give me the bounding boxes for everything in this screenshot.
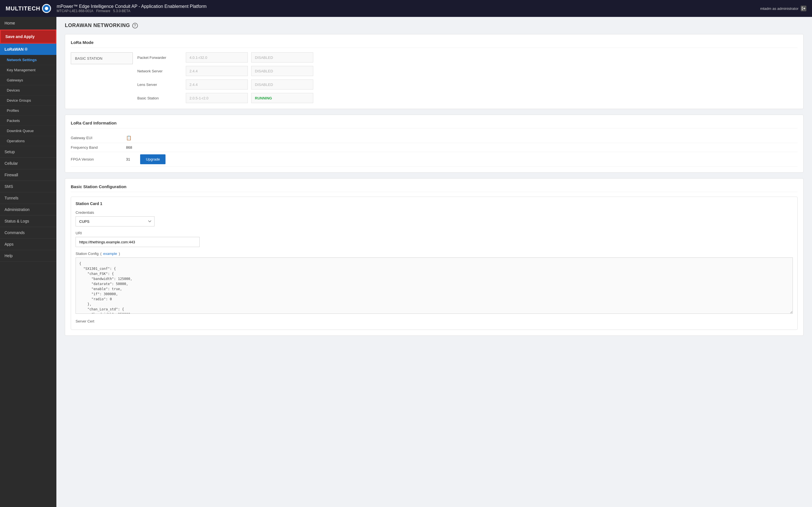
save-apply-button[interactable]: Save and Apply (0, 30, 56, 44)
help-icon[interactable]: ? (132, 23, 138, 29)
sidebar: Home Save and Apply LoRaWAN ® Network Se… (0, 17, 56, 507)
lora-card-info-card: LoRa Card Information Gateway EUI 📋 Freq… (65, 115, 804, 173)
copy-icon[interactable]: 📋 (126, 135, 132, 140)
credentials-select[interactable]: CUPS LNS None (75, 216, 154, 226)
sidebar-item-sms[interactable]: SMS (0, 181, 56, 192)
firmware-version: 5.3.0-BETA (113, 9, 130, 13)
status-packet-forwarder: DISABLED (251, 52, 313, 62)
sidebar-item-key-management[interactable]: Key Management (0, 65, 56, 75)
main-layout: Home Save and Apply LoRaWAN ® Network Se… (0, 17, 812, 507)
mode-label-basic-station: Basic Station (137, 96, 183, 100)
logout-icon[interactable] (801, 6, 806, 11)
info-row-frequency-band: Frequency Band 868 (71, 143, 798, 152)
frequency-band-label: Frequency Band (71, 145, 121, 150)
sidebar-item-devices[interactable]: Devices (0, 86, 56, 96)
fpga-version-label: FPGA Version (71, 157, 121, 161)
mode-select-box[interactable]: BASIC STATION (71, 52, 133, 64)
device-info: MTCAP-L4E1-868-001A Firmware 5.3.0-BETA (57, 9, 207, 13)
info-row-gateway-eui: Gateway EUI 📋 (71, 133, 798, 143)
status-network-server: DISABLED (251, 66, 313, 76)
logo: MULTITECH (6, 4, 51, 13)
uri-input[interactable] (75, 237, 200, 247)
example-link[interactable]: example (103, 251, 117, 256)
logo-text: MULTITECH (6, 5, 40, 12)
sidebar-item-profiles[interactable]: Profiles (0, 106, 56, 116)
sidebar-item-setup[interactable]: Setup (0, 146, 56, 158)
frequency-band-value: 868 (126, 145, 132, 150)
sidebar-item-cellular[interactable]: Cellular (0, 158, 56, 169)
config-textarea[interactable] (75, 258, 793, 314)
sidebar-item-operations[interactable]: Operations (0, 136, 56, 146)
logo-inner-circle (45, 7, 48, 10)
basic-station-config-card: Basic Station Configuration Station Card… (65, 178, 804, 336)
upgrade-button[interactable]: Upgrade (140, 154, 165, 164)
sidebar-item-device-groups[interactable]: Device Groups (0, 96, 56, 106)
status-basic-station: RUNNING (251, 93, 313, 103)
sidebar-item-home[interactable]: Home (0, 17, 56, 30)
sidebar-item-apps[interactable]: Apps (0, 238, 56, 250)
sidebar-item-packets[interactable]: Packets (0, 116, 56, 126)
info-table: Gateway EUI 📋 Frequency Band 868 FPGA Ve… (71, 133, 798, 167)
station-config-label: Station Config ( example ) (75, 251, 793, 256)
info-row-fpga-version: FPGA Version 31 Upgrade (71, 152, 798, 167)
station-card-1: Station Card 1 Credentials CUPS LNS None… (71, 196, 798, 330)
station-config-text: Station Config (75, 251, 99, 256)
app-header: MULTITECH mPower™ Edge Intelligence Cond… (0, 0, 812, 17)
header-left: MULTITECH mPower™ Edge Intelligence Cond… (6, 4, 207, 13)
sidebar-item-firewall[interactable]: Firewall (0, 169, 56, 181)
station-card-title: Station Card 1 (75, 202, 793, 206)
credentials-group: Credentials CUPS LNS None (75, 210, 793, 226)
mode-row-packet-forwarder: Packet Forwarder 4.0.1-r32.0 DISABLED (137, 52, 798, 62)
version-packet-forwarder: 4.0.1-r32.0 (186, 52, 248, 62)
header-title: mPower™ Edge Intelligence Conduit AP - A… (57, 4, 207, 13)
app-title: mPower™ Edge Intelligence Conduit AP - A… (57, 4, 207, 9)
status-lens-server: DISABLED (251, 79, 313, 90)
sidebar-item-commands[interactable]: Commands (0, 227, 56, 238)
logo-icon (42, 4, 51, 13)
station-config-group: Station Config ( example ) (75, 251, 793, 315)
mode-label-network-server: Network Server (137, 69, 183, 73)
lora-mode-grid: BASIC STATION Packet Forwarder 4.0.1-r32… (71, 52, 798, 103)
station-config-paren-open: ( (100, 251, 101, 256)
mode-row-network-server: Network Server 2.4.4 DISABLED (137, 66, 798, 76)
mode-label-packet-forwarder: Packet Forwarder (137, 55, 183, 60)
sidebar-item-downlink-queue[interactable]: Downlink Queue (0, 126, 56, 136)
sidebar-item-network-settings[interactable]: Network Settings (0, 55, 56, 65)
sidebar-item-status-logs[interactable]: Status & Logs (0, 216, 56, 227)
fpga-version-value: 31 (126, 157, 130, 161)
uri-group: URI (75, 231, 793, 247)
user-info: mtadm as administrator (760, 6, 799, 11)
sidebar-item-administration[interactable]: Administration (0, 204, 56, 216)
lora-mode-card: LoRa Mode BASIC STATION Packet Forwarder… (65, 34, 804, 109)
mode-row-lens-server: Lens Server 2.4.4 DISABLED (137, 79, 798, 90)
sidebar-lorawan-header[interactable]: LoRaWAN ® (0, 44, 56, 55)
mode-label-lens-server: Lens Server (137, 82, 183, 87)
server-cert-label: Server Cert (75, 319, 793, 323)
gateway-eui-label: Gateway EUI (71, 136, 121, 140)
version-basic-station: 2.0.5-1-r2.0 (186, 93, 248, 103)
main-content: LORAWAN NETWORKING ? LoRa Mode BASIC STA… (56, 17, 812, 507)
page-title: LORAWAN NETWORKING ? (65, 22, 804, 29)
station-config-paren-close: ) (119, 251, 120, 256)
firmware-label: Firmware (96, 9, 110, 13)
mode-row-basic-station: Basic Station 2.0.5-1-r2.0 RUNNING (137, 93, 798, 103)
sidebar-item-help[interactable]: Help (0, 250, 56, 262)
credentials-label: Credentials (75, 210, 793, 215)
version-lens-server: 2.4.4 (186, 79, 248, 90)
basic-station-config-title: Basic Station Configuration (71, 184, 798, 192)
header-right: mtadm as administrator (760, 6, 806, 11)
mode-options: Packet Forwarder 4.0.1-r32.0 DISABLED Ne… (137, 52, 798, 103)
device-id: MTCAP-L4E1-868-001A (57, 9, 93, 13)
sidebar-item-gateways[interactable]: Gateways (0, 75, 56, 86)
mode-select-value: BASIC STATION (75, 56, 102, 61)
lora-card-info-title: LoRa Card Information (71, 121, 798, 128)
lora-mode-title: LoRa Mode (71, 40, 798, 48)
sidebar-item-tunnels[interactable]: Tunnels (0, 192, 56, 204)
version-network-server: 2.4.4 (186, 66, 248, 76)
uri-label: URI (75, 231, 793, 235)
page-title-text: LORAWAN NETWORKING (65, 22, 130, 29)
